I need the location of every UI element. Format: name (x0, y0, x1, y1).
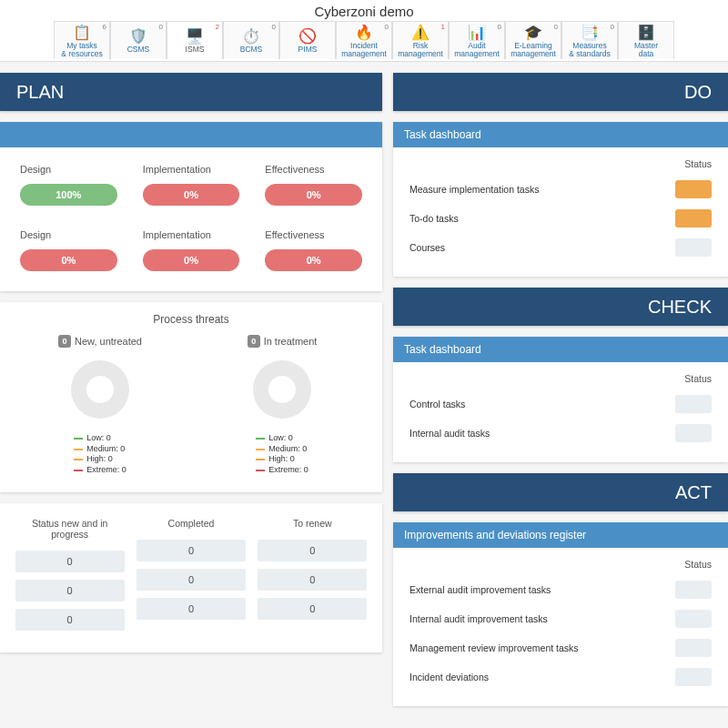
status-column: To renew000 (258, 518, 367, 638)
tab-label: Incidentmanagement (341, 42, 387, 58)
tab-icon: 🖥️ (186, 27, 204, 45)
threat-label: 0New, untreated (58, 335, 142, 348)
do-card: Task dashboard StatusMeasure implementat… (393, 122, 728, 277)
threat-column: 0In treatmentLow: 0Medium: 0High: 0Extre… (200, 335, 364, 476)
tab-isms[interactable]: 2🖥️ISMS (167, 21, 223, 59)
tab-badge: 0 (159, 23, 163, 31)
status-column: Completed000 (136, 518, 246, 638)
tab-icon: 📋 (73, 24, 91, 41)
tab-master[interactable]: 🗄️Masterdata (618, 21, 674, 59)
legend-swatch (256, 438, 265, 440)
task-row: Control tasks (410, 389, 712, 419)
tab-pims[interactable]: 🚫PIMS (279, 21, 336, 59)
check-card-header: Task dashboard (393, 337, 728, 362)
plan-cell-pill: 0% (265, 249, 362, 271)
plan-cell: Implementation0% (143, 164, 240, 206)
status-value[interactable]: 0 (15, 551, 125, 572)
status-heading: Status new and in progress (15, 518, 125, 540)
count-badge: 0 (58, 335, 71, 348)
task-label: Internal audit tasks (410, 428, 490, 439)
plan-cell-label: Effectiveness (265, 164, 362, 175)
plan-card: Design100%Implementation0%Effectiveness0… (0, 122, 382, 291)
threats-title: Process threats (9, 313, 373, 326)
status-value[interactable]: 0 (136, 569, 246, 591)
task-row: Internal audit tasks (410, 419, 712, 448)
status-value[interactable]: 0 (15, 609, 125, 631)
status-chip[interactable] (675, 639, 712, 657)
tab-risk[interactable]: 1⚠️Riskmanagement (392, 21, 449, 59)
status-value[interactable]: 0 (258, 598, 367, 620)
legend-swatch (256, 449, 265, 450)
task-label: To-do tasks (410, 213, 459, 224)
status-chip[interactable] (675, 424, 712, 442)
legend-item: Low: 0 (256, 433, 308, 444)
status-value[interactable]: 0 (136, 598, 246, 620)
plan-card-header (0, 122, 382, 147)
task-colhead: Status (410, 158, 712, 169)
status-value[interactable]: 0 (258, 569, 367, 591)
task-row: External audit improvement tasks (410, 575, 712, 604)
tab-badge: 0 (498, 23, 501, 31)
check-band: CHECK (393, 288, 728, 326)
tab-e-learning[interactable]: 0🎓E-Learningmanagement (505, 21, 561, 59)
legend-swatch (74, 449, 83, 450)
tab-label: BCMS (240, 46, 263, 54)
threats-card: Process threats 0New, untreatedLow: 0Med… (0, 302, 382, 492)
tab-badge: 0 (272, 23, 276, 31)
task-label: Management review improvement tasks (410, 642, 579, 653)
plan-cell: Implementation0% (143, 229, 240, 271)
tab-measures[interactable]: 0📑Measures& standards (561, 21, 618, 59)
tab-my-tasks[interactable]: 6📋My tasks& resources (54, 21, 110, 59)
task-row: Incident deviations (410, 662, 712, 692)
plan-cell-pill: 0% (265, 184, 362, 206)
tab-badge: 0 (385, 23, 389, 31)
status-chip[interactable] (675, 180, 712, 198)
check-body: StatusControl tasksInternal audit tasks (393, 362, 728, 462)
tab-label: Masterdata (634, 42, 658, 58)
status-chip[interactable] (675, 610, 712, 628)
legend-item: Medium: 0 (256, 444, 308, 455)
legend-swatch (74, 459, 83, 460)
status-chip[interactable] (675, 668, 712, 686)
legend-item: Extreme: 0 (74, 465, 126, 476)
threat-label: 0In treatment (248, 335, 318, 348)
do-card-header: Task dashboard (393, 122, 728, 147)
task-row: Management review improvement tasks (410, 633, 712, 662)
tab-icon: ⚠️ (411, 24, 430, 41)
plan-cell: Effectiveness0% (265, 164, 362, 206)
act-body: StatusExternal audit improvement tasksIn… (393, 548, 728, 706)
status-chip[interactable] (675, 209, 712, 228)
tab-label: Measures& standards (569, 42, 610, 58)
tab-audit[interactable]: 0📊Auditmanagement (449, 21, 505, 59)
status-chip[interactable] (675, 395, 712, 413)
plan-cell-pill: 0% (143, 184, 240, 206)
task-label: Incident deviations (410, 672, 489, 682)
legend-swatch (256, 470, 265, 471)
legend-item: High: 0 (256, 454, 308, 465)
tab-incident[interactable]: 0🔥Incidentmanagement (336, 21, 392, 59)
threat-column: 0New, untreatedLow: 0Medium: 0High: 0Ext… (18, 335, 182, 476)
tab-icon: 📊 (468, 24, 486, 41)
status-value[interactable]: 0 (258, 540, 367, 561)
count-badge: 0 (248, 335, 260, 348)
legend-swatch (74, 438, 83, 440)
legend-swatch (256, 459, 265, 460)
task-label: External audit improvement tasks (410, 584, 551, 595)
chart-legend: Low: 0Medium: 0High: 0Extreme: 0 (256, 433, 308, 476)
tab-icon: 🎓 (524, 24, 542, 41)
tab-csms[interactable]: 0🛡️CSMS (110, 21, 167, 59)
tab-bcms[interactable]: 0⏱️BCMS (223, 21, 279, 59)
chart-legend: Low: 0Medium: 0High: 0Extreme: 0 (74, 433, 126, 476)
task-colhead: Status (410, 559, 712, 570)
status-value[interactable]: 0 (15, 580, 125, 602)
app-header: Cyberzoni demo 6📋My tasks& resources0🛡️C… (0, 0, 728, 62)
tab-label: ISMS (186, 46, 205, 54)
plan-cell: Effectiveness0% (265, 229, 362, 271)
status-chip[interactable] (675, 238, 712, 257)
act-band: ACT (393, 473, 728, 511)
status-value[interactable]: 0 (136, 540, 246, 561)
status-chip[interactable] (675, 581, 712, 599)
tab-label: CSMS (127, 46, 150, 54)
tab-icon: 🗄️ (637, 24, 655, 41)
do-body: StatusMeasure implementation tasksTo-do … (393, 147, 728, 277)
